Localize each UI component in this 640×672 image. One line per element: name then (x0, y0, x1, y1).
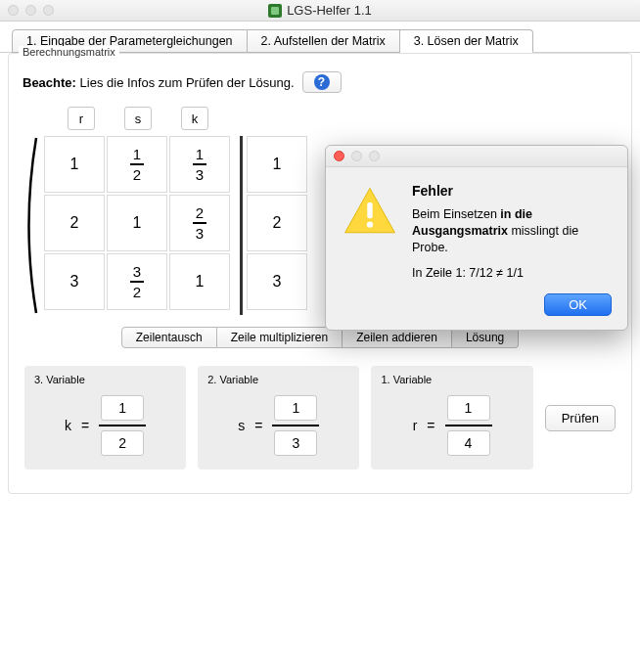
equals-sign: = (254, 418, 262, 433)
matrix-cell: 23 (169, 195, 230, 251)
fraction-line (445, 425, 492, 426)
var-den-input[interactable]: 2 (101, 430, 144, 456)
dialog-title: Fehler (412, 183, 612, 199)
dialog-minimize-icon (351, 151, 362, 161)
help-button[interactable]: ? (302, 71, 342, 93)
dialog-titlebar (326, 146, 627, 167)
matrix-cell: 2 (44, 195, 105, 251)
tab-label: 2. Aufstellen der Matrix (261, 34, 386, 48)
var-num-input[interactable]: 1 (447, 395, 490, 421)
notice-row: Beachte: Lies die Infos zum Prüfen der L… (23, 71, 617, 93)
dialog-zoom-icon (369, 151, 380, 161)
matrix-cell: 1 (107, 195, 167, 251)
dialog-message: Beim Einsetzen in die Ausgangsmatrix mis… (412, 206, 612, 256)
var-name: r (413, 418, 418, 433)
check-button[interactable]: Prüfen (545, 405, 616, 431)
tab-matrix[interactable]: 2. Aufstellen der Matrix (248, 29, 400, 53)
window-titlebar: LGS-Helfer 1.1 (0, 0, 640, 22)
notice-bold: Beachte: (23, 75, 76, 90)
window-title-text: LGS-Helfer 1.1 (287, 3, 372, 18)
dialog-close-icon[interactable] (334, 151, 344, 161)
var-den-input[interactable]: 4 (447, 430, 490, 456)
fraction-line (272, 425, 319, 426)
var-name: k (65, 418, 71, 433)
var-den-input[interactable]: 3 (274, 430, 317, 456)
matrix-cell: 1 (44, 136, 105, 193)
equals-sign: = (427, 418, 434, 433)
matrix-cell: 3 (44, 253, 105, 310)
rhs-cell: 2 (247, 195, 307, 251)
matrix-cell: 32 (107, 253, 167, 310)
matrix-cell: 13 (169, 136, 230, 193)
rhs-cell: 3 (247, 253, 307, 310)
fraction-line (99, 425, 146, 426)
header-k: k (181, 107, 208, 130)
var-label: 2. Variable (207, 374, 349, 385)
solution-row: 3. Variable k = 1 2 2. Variable s = 1 3 (19, 358, 621, 477)
equals-sign: = (81, 418, 89, 433)
frame-title: Berechnungsmatrix (19, 46, 119, 58)
header-r: r (68, 107, 95, 130)
svg-point-1 (367, 221, 373, 227)
var-name: s (238, 418, 245, 433)
ok-button[interactable]: OK (544, 293, 612, 316)
check-column: Prüfen (545, 366, 616, 470)
var-box-s: 2. Variable s = 1 3 (198, 366, 359, 470)
dialog-detail: In Zeile 1: 7/12 ≠ 1/1 (412, 266, 612, 280)
var-label: 1. Variable (381, 374, 523, 385)
error-dialog: Fehler Beim Einsetzen in die Ausgangsmat… (325, 145, 628, 331)
app-icon (268, 4, 282, 18)
notice-text: Lies die Infos zum Prüfen der Lösung. (80, 75, 295, 90)
tab-label: 3. Lösen der Matrix (414, 34, 519, 48)
var-label: 3. Variable (34, 374, 176, 385)
column-headers: r s k (68, 107, 621, 130)
rhs-grid: 1 2 3 (240, 136, 307, 315)
var-box-r: 1. Variable r = 1 4 (371, 366, 532, 470)
var-box-k: 3. Variable k = 1 2 (24, 366, 186, 470)
var-num-input[interactable]: 1 (274, 395, 317, 421)
header-s: s (124, 107, 152, 130)
matrix-cell: 1 (169, 253, 230, 310)
left-bracket (19, 136, 38, 315)
op-multiply[interactable]: Zeile multiplizieren (217, 327, 343, 348)
coefficient-grid: 1 12 13 2 1 23 3 32 1 (44, 136, 230, 315)
svg-rect-0 (367, 202, 372, 218)
warning-icon (342, 183, 398, 316)
op-swap[interactable]: Zeilentausch (121, 327, 217, 348)
window-title: LGS-Helfer 1.1 (0, 3, 640, 18)
tab-solve[interactable]: 3. Lösen der Matrix (400, 29, 533, 53)
var-num-input[interactable]: 1 (101, 395, 144, 421)
rhs-cell: 1 (247, 136, 307, 193)
help-icon: ? (314, 74, 330, 90)
matrix-cell: 12 (107, 136, 167, 193)
